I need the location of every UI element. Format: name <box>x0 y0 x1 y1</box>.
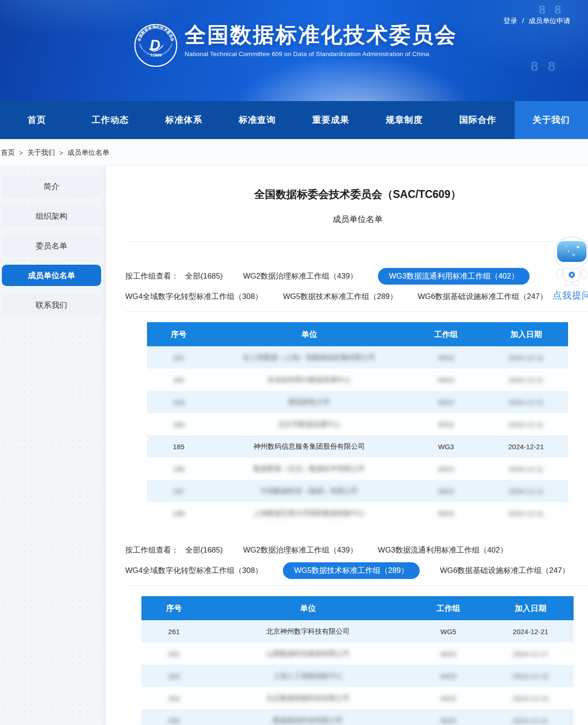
filter-label: 按工作组查看： <box>125 271 179 281</box>
sections: 按工作组查看：全部(1685)WG2数据治理标准工作组（439）WG3数据流通利… <box>125 268 588 725</box>
cell-no: 183 <box>147 391 210 413</box>
site-title: 全国数据标准化技术委员会 <box>185 23 457 47</box>
cell-date: 2024-12-21 <box>484 435 569 458</box>
sidebar-item-3[interactable]: 委员名单 <box>2 235 101 256</box>
cell-no: 188 <box>147 502 210 524</box>
nav-item-4[interactable]: 标准查询 <box>221 101 294 139</box>
filter-option[interactable]: 全部(1685) <box>185 268 223 285</box>
filter-option[interactable]: WG4全域数字化转型标准工作组（308） <box>125 288 262 305</box>
ask-mascot[interactable]: 点我提问 <box>549 235 588 302</box>
cell-date: 2024-12-21 <box>487 620 574 642</box>
breadcrumb-item[interactable]: 成员单位名单 <box>68 148 109 157</box>
login-separator: / <box>522 17 524 25</box>
cell-wg: WG3 <box>408 369 484 391</box>
cell-wg: WG5 <box>409 642 487 665</box>
cell-wg: WG3 <box>408 458 484 480</box>
filter-option[interactable]: WG3数据流通利用标准工作组（402） <box>378 542 508 559</box>
cell-unit: 农业农村部大数据发展中心 <box>210 369 408 391</box>
cell-no: 187 <box>147 480 210 502</box>
divider <box>125 585 588 586</box>
page-title: 全国数据标委会技术委员会（SAC/TC609） <box>125 166 588 202</box>
sidebar-item-4[interactable]: 成员单位名单 <box>2 265 101 286</box>
login-link[interactable]: 登录 <box>503 17 517 25</box>
cell-date: 2024-12-11 <box>484 458 569 480</box>
robot-mascot-icon <box>550 235 588 287</box>
table-row: 261北京神州数字科技有限公司WG52024-12-21 <box>141 620 574 642</box>
divider <box>125 242 588 242</box>
site-subtitle: National Technical Committee 609 on Data… <box>185 51 457 57</box>
cell-unit: 数据基础科技有限公司 <box>206 709 409 725</box>
member-table-2: 序号单位工作组加入日期261北京神州数字科技有限公司WG52024-12-212… <box>141 596 574 725</box>
filter-option[interactable]: WG2数据治理标准工作组（439） <box>243 542 358 559</box>
cell-wg: WG5 <box>409 687 487 709</box>
nav-item-2[interactable]: 工作动态 <box>74 101 147 139</box>
filter-option[interactable]: WG4全域数字化转型标准工作组（308） <box>125 562 262 579</box>
login-area: 登录 / 成员单位申请 <box>503 17 570 25</box>
brand: 全国数据标准化技术委员会 NATIONAL TECHNICAL COMMITTE… <box>134 23 457 68</box>
breadcrumb-item[interactable]: 首页 <box>1 148 15 157</box>
member-section-2: 按工作组查看：全部(1685)WG2数据治理标准工作组（439）WG3数据流通利… <box>125 542 588 725</box>
column-header: 加入日期 <box>487 596 574 620</box>
cell-no: 182 <box>147 369 210 391</box>
page-subtitle: 成员单位名单 <box>125 214 588 225</box>
table-row: 181长三角数据（上海）智能基础设施有限公司WG32024-12-11 <box>147 346 568 369</box>
main-nav: 首页工作动态标准体系标准查询重要成果规章制度国际合作关于我们 <box>0 101 588 139</box>
cell-date: 2024-12-17 <box>487 642 574 665</box>
banner-decor-digits: 8 8 <box>539 3 564 17</box>
cell-no: 184 <box>147 413 210 435</box>
cell-date: 2024-12-11 <box>484 502 569 524</box>
table-row: 188上海数据交易大学国际数据创新中心WG32024-12-11 <box>147 502 568 524</box>
filter-option[interactable]: WG5数据技术标准工作组（289） <box>283 288 397 305</box>
filter-option[interactable]: WG6数据基础设施标准工作组（247） <box>440 562 570 579</box>
column-header: 序号 <box>147 322 210 346</box>
sidebar-item-2[interactable]: 组织架构 <box>2 205 101 227</box>
cell-wg: WG3 <box>408 502 484 524</box>
filter-label: 按工作组查看： <box>125 545 179 555</box>
content: 简介组织架构委员名单成员单位名单联系我们 全国数据标委会技术委员会（SAC/TC… <box>0 166 588 725</box>
column-header: 单位 <box>210 322 408 346</box>
filter-row: 按工作组查看：全部(1685)WG2数据治理标准工作组（439）WG3数据流通利… <box>125 268 588 285</box>
filter-option[interactable]: 全部(1685) <box>185 542 223 559</box>
cell-wg: WG3 <box>408 346 484 369</box>
cell-unit: 神州数码信息服务集团股份有限公司 <box>210 435 408 458</box>
cell-unit: 中国数据科技（集团）有限公司 <box>210 480 408 502</box>
nav-item-3[interactable]: 标准体系 <box>147 101 221 139</box>
header-banner: 8 8 8 8 登录 / 成员单位申请 全国数据标准化技术委员会 NATIONA… <box>0 0 588 101</box>
sidebar-item-1[interactable]: 简介 <box>2 176 101 197</box>
cell-wg: WG5 <box>409 665 487 687</box>
filter-row: WG4全域数字化转型标准工作组（308）WG5数据技术标准工作组（289）WG6… <box>125 288 588 305</box>
filter-option[interactable]: WG2数据治理标准工作组（439） <box>243 268 358 285</box>
filter-option[interactable]: WG5数据技术标准工作组（289） <box>283 562 420 579</box>
breadcrumb-item[interactable]: 关于我们 <box>27 148 55 157</box>
nav-item-5[interactable]: 重要成果 <box>294 101 368 139</box>
cell-no: 265 <box>141 709 206 725</box>
member-apply-link[interactable]: 成员单位申请 <box>529 17 570 25</box>
filter-row: WG4全域数字化转型标准工作组（308）WG5数据技术标准工作组（289）WG6… <box>125 562 588 579</box>
nav-item-7[interactable]: 国际合作 <box>441 101 515 139</box>
column-header: 加入日期 <box>484 322 569 346</box>
cell-unit: 上海数据交易大学国际数据创新中心 <box>210 502 408 524</box>
cell-no: 186 <box>147 458 210 480</box>
table-row: 265数据基础科技有限公司WG52024-12-21 <box>141 709 574 725</box>
filter-option[interactable]: WG3数据流通利用标准工作组（402） <box>378 268 530 285</box>
main-card: 全国数据标委会技术委员会（SAC/TC609） 成员单位名单 按工作组查看：全部… <box>106 166 588 725</box>
nav-item-8[interactable]: 关于我们 <box>515 101 588 139</box>
cell-date: 2024-12-11 <box>484 413 569 435</box>
column-header: 工作组 <box>408 322 484 346</box>
cell-date: 2024-12-11 <box>484 369 569 391</box>
filter-row: 按工作组查看：全部(1685)WG2数据治理标准工作组（439）WG3数据流通利… <box>125 542 588 559</box>
table-row: 187中国数据科技（集团）有限公司WG32024-12-11 <box>147 480 568 502</box>
cell-no: 264 <box>141 687 206 709</box>
nav-item-1[interactable]: 首页 <box>0 101 74 139</box>
ask-mascot-label[interactable]: 点我提问 <box>549 289 588 302</box>
cell-unit: 北京市数据流通中心 <box>210 413 408 435</box>
cell-date: 2024-12-21 <box>487 709 574 725</box>
cell-wg: WG5 <box>409 709 487 725</box>
cell-unit: 上海人工智能创新中心 <box>206 665 409 687</box>
table-row: 185神州数码信息服务集团股份有限公司WG32024-12-21 <box>147 435 568 458</box>
filter-option[interactable]: WG6数据基础设施标准工作组（247） <box>418 288 548 305</box>
column-header: 单位 <box>206 596 409 620</box>
nav-item-6[interactable]: 规章制度 <box>368 101 441 139</box>
sidebar-item-5[interactable]: 联系我们 <box>2 294 101 316</box>
cell-no: 263 <box>141 665 206 687</box>
